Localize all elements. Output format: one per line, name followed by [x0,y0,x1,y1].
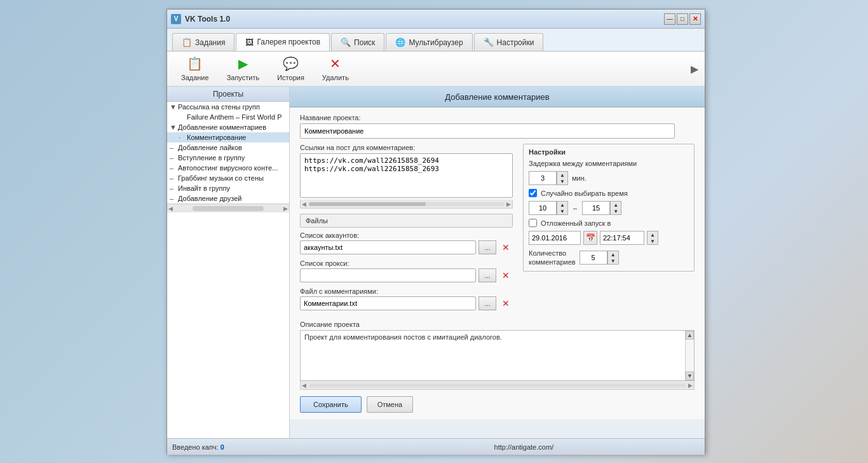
delayed-start-label: Отложенный запуск в [541,219,611,227]
comments-input[interactable] [300,296,476,310]
datetime-row: 📅 ▲ ▼ [529,231,689,245]
desc-hscroll-right[interactable]: ▶ [688,382,693,389]
range-from-input[interactable] [529,201,557,215]
tree-label-autopost: Автопостинг вирусного конте... [178,164,278,172]
tab-tasks[interactable]: 📋 Задания [172,33,234,51]
comments-clear-button[interactable]: ✕ [499,296,513,310]
tasks-tab-icon: 📋 [182,38,192,47]
maximize-button[interactable]: □ [677,13,688,25]
cancel-button[interactable]: Отмена [367,396,413,413]
panel-header: Добавление комментариев [290,87,705,107]
delayed-start-checkbox[interactable] [529,219,537,227]
delay-input[interactable] [529,171,557,185]
count-input[interactable] [580,251,607,265]
range-from-down[interactable]: ▼ [557,208,567,214]
tab-search[interactable]: 🔍 Поиск [331,33,384,51]
comments-browse-button[interactable]: ... [478,296,496,310]
accounts-label: Список аккаунтов: [300,232,513,239]
tree-item-failure-anthem[interactable]: Failure Anthem – First World P [167,112,289,122]
settings-box: Настройки Задержка между комментариями [523,144,695,272]
accounts-input[interactable] [300,240,476,254]
date-input[interactable] [529,231,581,245]
tab-settings[interactable]: 🔧 Настройки [474,33,544,51]
toggle-commenting: · [179,134,185,141]
projects-header: Проекты [167,87,289,102]
tree-item-mailing[interactable]: ▼ Рассылка на стены групп [167,102,289,112]
main-window: V VK Tools 1.0 — □ ✕ 📋 Задания 🖼 Галерея… [166,9,705,454]
desc-scroll-down[interactable]: ▼ [686,371,694,380]
task-label: Задание [181,74,209,81]
count-spin-buttons: ▲ ▼ [607,251,619,265]
tab-gallery[interactable]: 🖼 Галерея проектов [236,33,330,51]
toolbar-expand[interactable]: ▶ [691,63,698,75]
tree-item-add-friends[interactable]: – Добавление друзей [167,193,289,204]
links-textarea[interactable]: https://vk.com/wall22615858_2694 https:/… [300,153,513,198]
tree-label-commenting: Комментирование [187,134,246,141]
start-label: Запустить [227,74,260,81]
proxy-label: Список прокси: [300,259,513,267]
minimize-button[interactable]: — [664,13,675,25]
tree-item-add-comments[interactable]: ▼ Добавление комментариев [167,122,289,132]
range-to-down[interactable]: ▼ [611,208,621,214]
desc-hscroll-track [309,384,686,387]
delete-button[interactable]: ✕ Удалить [315,55,356,83]
delay-down-button[interactable]: ▼ [557,178,567,184]
save-button[interactable]: Сохранить [300,396,362,413]
left-panel: Проекты ▼ Рассылка на стены групп Failur… [167,87,290,438]
tree-label-add-likes: Добавление лайков [178,144,242,151]
count-down-button[interactable]: ▼ [608,258,618,264]
time-input[interactable] [600,231,644,245]
calendar-button[interactable]: 📅 [583,231,597,245]
scroll-right-arrow[interactable]: ▶ [283,205,288,212]
files-section-title: Файлы [300,214,513,228]
tree-item-invite[interactable]: – Инвайт в группу [167,183,289,193]
accounts-browse-button[interactable]: ... [478,240,496,254]
start-button[interactable]: ▶ Запустить [219,55,268,83]
delay-spin-group: ▲ ▼ [529,171,568,185]
accounts-clear-button[interactable]: ✕ [499,240,513,254]
history-button[interactable]: 💬 История [269,55,312,83]
comments-file-row: ... ✕ [300,296,513,310]
accounts-row: Список аккаунтов: ... ✕ [300,232,513,254]
settings-title: Настройки [529,148,689,156]
task-button[interactable]: 📋 Задание [173,55,217,83]
desc-hscroll-left[interactable]: ◀ [302,382,306,389]
scroll-arrow-right[interactable]: ▶ [506,201,511,207]
range-to-up[interactable]: ▲ [611,202,621,208]
delay-row: Задержка между комментариями [529,160,689,167]
proxy-input[interactable] [300,268,476,282]
main-content: Проекты ▼ Рассылка на стены групп Failur… [167,87,705,438]
range-to-group: ▲ ▼ [582,201,621,215]
tree-item-commenting[interactable]: · Комментирование [167,132,289,142]
tree-item-autopost[interactable]: – Автопостинг вирусного конте... [167,163,289,173]
close-button[interactable]: ✕ [689,13,701,25]
time-up-button[interactable]: ▲ [648,232,658,238]
gallery-tab-label: Галерея проектов [257,38,320,46]
proxy-browse-button[interactable]: ... [478,268,496,282]
tree-item-join-group[interactable]: – Вступление в группу [167,153,289,163]
tree-item-music-grab[interactable]: – Граббинг музыки со стены [167,173,289,183]
time-down-button[interactable]: ▼ [648,238,658,244]
delete-icon: ✕ [330,56,341,71]
tree-label-add-comments: Добавление комментариев [178,123,266,131]
scroll-left-arrow[interactable]: ◀ [168,205,173,212]
delay-unit: мин. [572,174,587,182]
project-name-input[interactable] [300,123,675,139]
history-label: История [277,74,304,81]
count-up-button[interactable]: ▲ [608,251,618,258]
range-to-input[interactable] [582,201,610,215]
range-from-up[interactable]: ▲ [557,202,567,208]
proxy-clear-button[interactable]: ✕ [499,268,513,282]
random-time-checkbox[interactable] [529,189,537,197]
toggle-friends: – [170,195,176,202]
task-icon: 📋 [187,56,203,71]
tree-item-add-likes[interactable]: – Добавление лайков [167,142,289,153]
captcha-label: Введено капч: [172,443,220,451]
random-time-row: Случайно выбирать время [529,189,689,197]
scroll-arrow-left[interactable]: ◀ [302,201,306,207]
delay-up-button[interactable]: ▲ [557,172,567,178]
toggle-music: – [170,174,176,182]
tab-multibrowser[interactable]: 🌐 Мультибраузер [386,33,472,51]
captcha-count: 0 [220,443,224,451]
desc-scroll-up[interactable]: ▲ [686,331,694,340]
